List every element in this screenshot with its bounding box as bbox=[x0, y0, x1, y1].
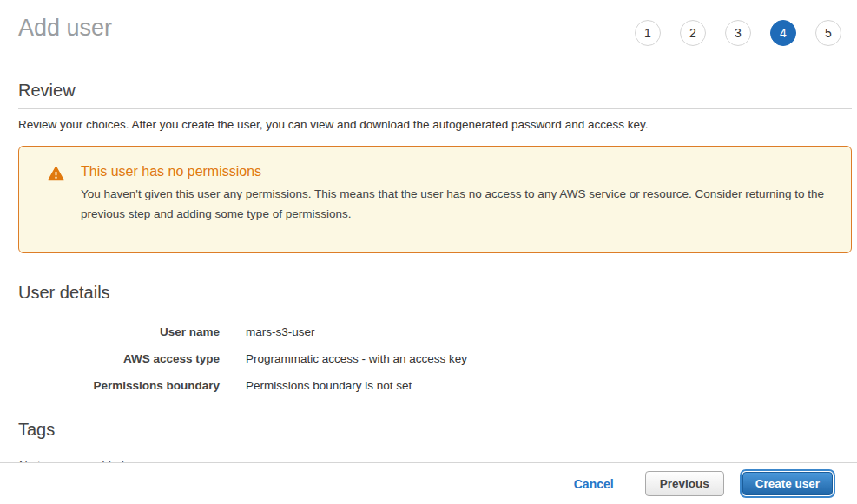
step-indicator-3[interactable]: 3 bbox=[725, 20, 751, 46]
user-details-heading: User details bbox=[18, 283, 852, 311]
user-details-rows: User name mars-s3-user AWS access type P… bbox=[18, 324, 852, 395]
user-name-label: User name bbox=[18, 324, 220, 341]
user-name-value: mars-s3-user bbox=[246, 324, 315, 341]
warning-triangle-icon bbox=[48, 166, 64, 181]
warning-text: This user has no permissions You haven't… bbox=[81, 164, 826, 224]
table-row: User name mars-s3-user bbox=[18, 324, 852, 341]
step-indicator-4[interactable]: 4 bbox=[770, 20, 796, 46]
wizard-footer: Cancel Previous Create user bbox=[0, 462, 857, 504]
step-indicator-1[interactable]: 1 bbox=[635, 20, 661, 46]
review-section: Review Review your choices. After you cr… bbox=[18, 81, 852, 253]
create-user-button[interactable]: Create user bbox=[742, 472, 833, 495]
main-content: Review Review your choices. After you cr… bbox=[0, 81, 857, 472]
user-details-section: User details User name mars-s3-user AWS … bbox=[18, 283, 852, 395]
access-type-value: Programmatic access - with an access key bbox=[246, 350, 467, 368]
access-type-label: AWS access type bbox=[18, 350, 220, 368]
table-row: AWS access type Programmatic access - wi… bbox=[18, 350, 852, 368]
cancel-button[interactable]: Cancel bbox=[574, 477, 614, 491]
step-indicator-5[interactable]: 5 bbox=[815, 20, 841, 46]
warning-body: You haven't given this user any permissi… bbox=[81, 184, 826, 224]
previous-button[interactable]: Previous bbox=[645, 471, 724, 496]
review-description: Review your choices. After you create th… bbox=[18, 118, 852, 131]
permissions-boundary-value: Permissions boundary is not set bbox=[246, 377, 412, 395]
wizard-header: Add user 1 2 3 4 5 bbox=[0, 0, 857, 46]
review-heading: Review bbox=[18, 81, 852, 109]
step-indicator: 1 2 3 4 5 bbox=[635, 20, 841, 46]
table-row: Permissions boundary Permissions boundar… bbox=[18, 377, 852, 395]
permissions-boundary-label: Permissions boundary bbox=[18, 377, 220, 395]
create-user-button-focus-ring: Create user bbox=[740, 469, 835, 498]
step-indicator-2[interactable]: 2 bbox=[680, 20, 706, 46]
page-title: Add user bbox=[18, 14, 112, 42]
warning-title: This user has no permissions bbox=[81, 164, 826, 180]
tags-heading: Tags bbox=[18, 420, 852, 448]
no-permissions-warning: This user has no permissions You haven't… bbox=[18, 146, 852, 253]
